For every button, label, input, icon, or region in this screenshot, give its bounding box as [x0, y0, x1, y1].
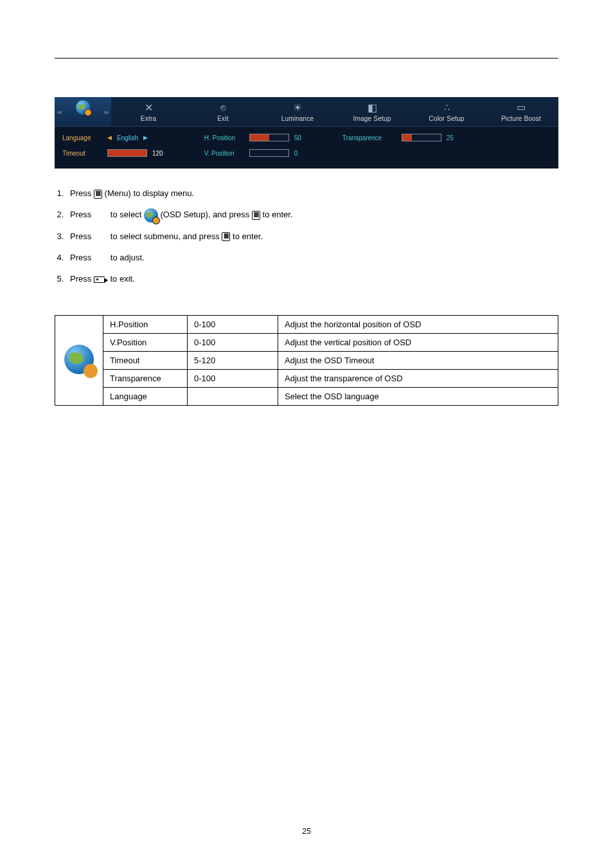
- tab-label: Picture Boost: [486, 115, 556, 122]
- table-row: V.Position 0-100 Adjust the vertical pos…: [55, 333, 558, 351]
- table-row: H.Position 0-100 Adjust the horizontal p…: [55, 315, 558, 333]
- extra-icon: ✕: [145, 102, 153, 114]
- chevron-right-icon: ››: [104, 108, 109, 116]
- osd-tab-pictureboost[interactable]: ▭ Picture Boost: [484, 97, 558, 126]
- triangle-right-icon[interactable]: ▶: [143, 134, 148, 141]
- osd-setup-icon: [144, 208, 158, 222]
- setting-name: Timeout: [103, 351, 188, 369]
- setting-name: Transparence: [103, 369, 188, 387]
- transparence-value: 25: [447, 134, 454, 141]
- table-icon-cell: [55, 315, 103, 405]
- step-1: Press IIII (Menu) to display menu.: [66, 186, 558, 208]
- tab-label: Extra: [114, 115, 183, 122]
- vposition-label: V. Position: [204, 150, 244, 157]
- osd-tab-exit[interactable]: ⎋ Exit: [186, 97, 260, 126]
- osd-tab-extra[interactable]: ✕ Extra: [111, 97, 186, 126]
- tab-label: Image Setup: [337, 115, 407, 122]
- menu-key-icon: IIII: [94, 190, 102, 199]
- timeout-bar[interactable]: [107, 149, 147, 157]
- setting-range: 0-100: [188, 333, 278, 351]
- transparence-bar[interactable]: [402, 134, 441, 141]
- table-row: Language Select the OSD language: [55, 387, 558, 405]
- setting-name: H.Position: [103, 315, 188, 333]
- setting-range: 5-120: [188, 351, 278, 369]
- picture-boost-icon: ▭: [517, 102, 526, 113]
- osd-settings-table: H.Position 0-100 Adjust the horizontal p…: [55, 315, 558, 406]
- setting-desc: Select the OSD language: [278, 387, 558, 405]
- step-5: Press + to exit.: [66, 272, 558, 293]
- hposition-label: H. Position: [204, 134, 244, 141]
- language-value: English: [117, 134, 138, 141]
- vposition-value: 0: [294, 150, 298, 157]
- color-setup-icon: ∴: [444, 102, 450, 113]
- setting-range: 0-100: [188, 315, 278, 333]
- tab-label: Exit: [188, 115, 258, 122]
- setting-desc: Adjust the horizontal position of OSD: [278, 315, 558, 333]
- menu-key-icon: IIII: [222, 232, 230, 241]
- osd-panel: ‹‹ ›› ✕ Extra ⎋ Exit ☀ Luminance ◧ Image…: [55, 97, 558, 168]
- timeout-label: Timeout: [62, 150, 102, 157]
- image-setup-icon: ◧: [368, 102, 377, 114]
- hposition-bar[interactable]: [249, 134, 289, 141]
- transparence-label: Transparence: [342, 134, 396, 141]
- setting-name: Language: [103, 387, 188, 405]
- timeout-value: 120: [152, 150, 163, 157]
- language-label: Language: [62, 134, 102, 141]
- triangle-left-icon[interactable]: ◀: [107, 134, 112, 141]
- osd-tab-osdsetup[interactable]: ‹‹ ››: [55, 97, 111, 126]
- osd-tab-imagesetup[interactable]: ◧ Image Setup: [335, 97, 409, 126]
- exit-key-icon: +: [94, 275, 108, 283]
- osd-tab-row: ‹‹ ›› ✕ Extra ⎋ Exit ☀ Luminance ◧ Image…: [55, 97, 558, 127]
- menu-key-icon: IIII: [252, 211, 260, 220]
- hposition-value: 50: [294, 134, 301, 141]
- page-number: 25: [0, 827, 613, 836]
- setting-name: V.Position: [103, 333, 188, 351]
- osd-setup-icon: [76, 100, 90, 114]
- instruction-steps: Press IIII (Menu) to display menu. Press…: [66, 186, 558, 293]
- table-row: Timeout 5-120 Adjust the OSD Timeout: [55, 351, 558, 369]
- osd-body: Language ◀ English ▶ Timeout 120 H. Posi…: [55, 127, 558, 168]
- setting-range: 0-100: [188, 369, 278, 387]
- vposition-bar[interactable]: [249, 149, 289, 157]
- step-4: Press to adjust.: [66, 251, 558, 272]
- osd-tab-luminance[interactable]: ☀ Luminance: [260, 97, 335, 126]
- luminance-icon: ☀: [293, 102, 302, 114]
- table-row: Transparence 0-100 Adjust the transparen…: [55, 369, 558, 387]
- exit-icon: ⎋: [220, 102, 226, 113]
- chevron-left-icon: ‹‹: [57, 108, 62, 116]
- step-3: Press to select submenu, and press IIII …: [66, 230, 558, 251]
- tab-label: Color Setup: [412, 115, 481, 122]
- step-2: Press to select (OSD Setup), and press I…: [66, 208, 558, 230]
- osd-setup-icon: [64, 345, 94, 374]
- setting-range: [188, 387, 278, 405]
- osd-tab-colorsetup[interactable]: ∴ Color Setup: [409, 97, 484, 126]
- setting-desc: Adjust the OSD Timeout: [278, 351, 558, 369]
- setting-desc: Adjust the transparence of OSD: [278, 369, 558, 387]
- setting-desc: Adjust the vertical position of OSD: [278, 333, 558, 351]
- tab-label: Luminance: [263, 115, 332, 122]
